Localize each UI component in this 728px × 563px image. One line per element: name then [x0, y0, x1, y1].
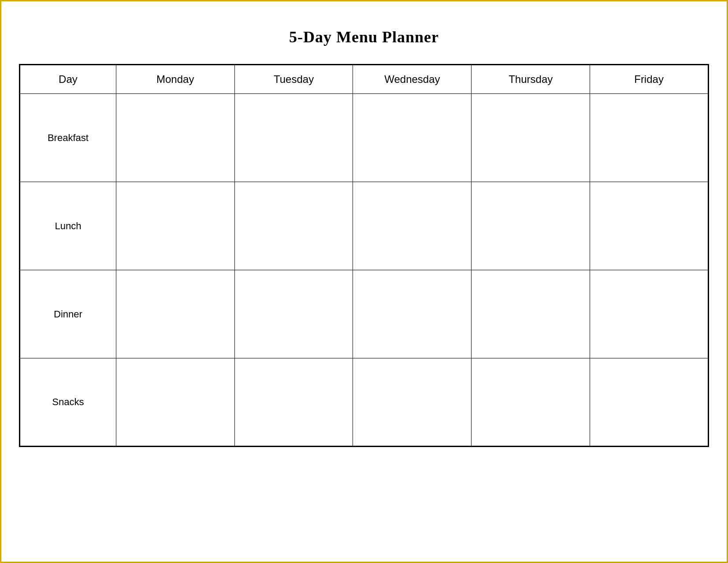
- col-header-friday: Friday: [590, 65, 709, 94]
- cell-lunch-monday[interactable]: [116, 182, 234, 270]
- table-row: Dinner: [20, 270, 709, 358]
- meal-label-lunch: Lunch: [20, 182, 116, 270]
- cell-lunch-friday[interactable]: [590, 182, 709, 270]
- cell-breakfast-thursday[interactable]: [472, 94, 590, 182]
- cell-dinner-tuesday[interactable]: [234, 270, 353, 358]
- page-title: 5-Day Menu Planner: [289, 28, 439, 46]
- menu-planner-table: Day Monday Tuesday Wednesday Thursday Fr…: [19, 64, 709, 447]
- col-header-wednesday: Wednesday: [353, 65, 472, 94]
- cell-dinner-friday[interactable]: [590, 270, 709, 358]
- col-header-thursday: Thursday: [472, 65, 590, 94]
- cell-snacks-wednesday[interactable]: [353, 358, 472, 447]
- meal-label-dinner: Dinner: [20, 270, 116, 358]
- cell-lunch-wednesday[interactable]: [353, 182, 472, 270]
- cell-breakfast-tuesday[interactable]: [234, 94, 353, 182]
- cell-breakfast-friday[interactable]: [590, 94, 709, 182]
- cell-snacks-thursday[interactable]: [472, 358, 590, 447]
- meal-label-snacks: Snacks: [20, 358, 116, 447]
- header-row: Day Monday Tuesday Wednesday Thursday Fr…: [20, 65, 709, 94]
- cell-snacks-monday[interactable]: [116, 358, 234, 447]
- cell-snacks-friday[interactable]: [590, 358, 709, 447]
- col-header-monday: Monday: [116, 65, 234, 94]
- meal-label-breakfast: Breakfast: [20, 94, 116, 182]
- cell-breakfast-wednesday[interactable]: [353, 94, 472, 182]
- cell-dinner-monday[interactable]: [116, 270, 234, 358]
- table-row: Snacks: [20, 358, 709, 447]
- cell-snacks-tuesday[interactable]: [234, 358, 353, 447]
- table-row: Breakfast: [20, 94, 709, 182]
- table-row: Lunch: [20, 182, 709, 270]
- col-header-tuesday: Tuesday: [234, 65, 353, 94]
- cell-dinner-wednesday[interactable]: [353, 270, 472, 358]
- cell-dinner-thursday[interactable]: [472, 270, 590, 358]
- col-header-day: Day: [20, 65, 116, 94]
- cell-breakfast-monday[interactable]: [116, 94, 234, 182]
- cell-lunch-tuesday[interactable]: [234, 182, 353, 270]
- cell-lunch-thursday[interactable]: [472, 182, 590, 270]
